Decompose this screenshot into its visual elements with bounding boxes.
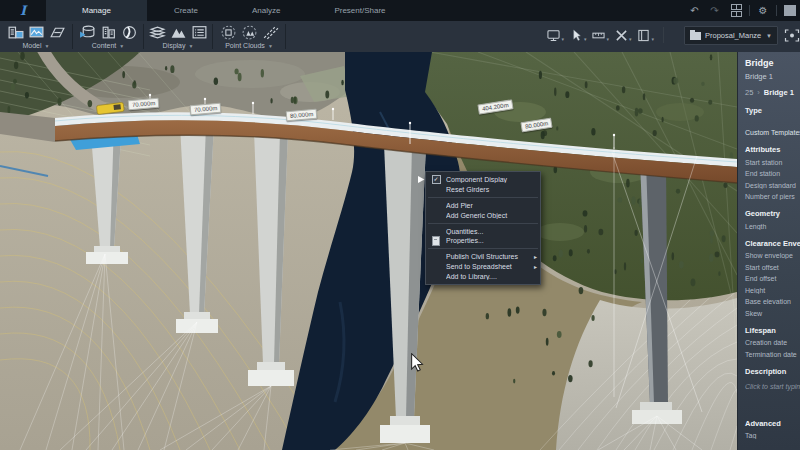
group-label-display[interactable]: Display▼	[163, 42, 194, 49]
viewport-3d[interactable]: 70.000m 70.000m 80.000m 404.200m 80.000m	[0, 52, 737, 450]
roads-globe-icon[interactable]	[121, 24, 138, 40]
tools-cross-button[interactable]: ▾	[615, 29, 632, 42]
model-properties-icon[interactable]	[7, 24, 24, 40]
model-surface-icon[interactable]	[49, 24, 66, 40]
menu-item-component-display[interactable]: ✓ Component Display	[426, 175, 540, 185]
group-label-content[interactable]: Content▼	[92, 42, 124, 49]
menu-item-reset-girders[interactable]: Reset Girders	[426, 185, 540, 195]
library-book-button[interactable]: ▾	[637, 29, 654, 42]
group-label-model[interactable]: Model▼	[22, 42, 49, 49]
point-cloud-vegetation-icon[interactable]	[241, 24, 258, 40]
point-cloud-linear-icon[interactable]	[262, 24, 279, 40]
group-label-point-clouds[interactable]: Point Clouds▼	[225, 42, 273, 49]
tab-manage[interactable]: Manage	[46, 0, 147, 21]
menu-item-send-to-spreadsheet[interactable]: Send to Spreadsheet ▸	[426, 262, 540, 272]
tab-create[interactable]: Create	[147, 0, 225, 21]
field-height[interactable]: Height	[738, 287, 800, 294]
section-header-attributes: Attributes	[738, 145, 800, 154]
menu-separator	[428, 197, 538, 198]
field-show-envelope[interactable]: Show envelope	[738, 252, 800, 259]
measure-tool-button[interactable]: ▾	[592, 29, 609, 42]
section-header-type: Type	[738, 106, 800, 115]
ribbon-group-point-clouds[interactable]: Point Clouds▼	[213, 21, 285, 52]
tab-analyze[interactable]: Analyze	[225, 0, 307, 21]
context-menu: ✓ Component Display Reset Girders Add Pi…	[425, 171, 541, 285]
divider	[663, 27, 664, 43]
field-end-offset[interactable]: End offset	[738, 275, 800, 282]
section-header-description: Description	[738, 367, 800, 376]
menu-separator	[428, 223, 538, 224]
tab-present-share[interactable]: Present/Share	[307, 0, 412, 21]
submenu-arrow-icon: ▸	[531, 263, 540, 270]
menu-item-add-to-library[interactable]: Add to Library....	[426, 271, 540, 281]
checkbox-checked-icon: ✓	[432, 175, 441, 184]
infraworks-logo: I	[0, 3, 46, 18]
redo-icon[interactable]: ↷	[705, 5, 725, 16]
viewport-3d-scene[interactable]	[0, 52, 737, 450]
panel-title: Bridge	[738, 58, 800, 68]
field-creation-date[interactable]: Creation date	[738, 339, 800, 346]
custom-templates-link[interactable]: Custom Templates/B	[738, 129, 800, 136]
field-start-offset[interactable]: Start offset	[738, 264, 800, 271]
chevron-down-icon: ▼	[766, 33, 772, 39]
panel-toggle-icon[interactable]	[784, 5, 796, 16]
menu-item-add-generic-object[interactable]: Add Generic Object	[426, 210, 540, 220]
buildings-icon[interactable]	[100, 24, 117, 40]
submenu-arrow-icon: ▸	[531, 253, 540, 260]
description-input[interactable]: Click to start typing...	[738, 383, 800, 390]
folder-icon	[690, 32, 701, 40]
menu-item-properties[interactable]: Properties...	[426, 236, 540, 246]
chevron-down-icon: ▼	[45, 43, 50, 49]
point-cloud-object-icon[interactable]	[220, 24, 237, 40]
field-tag[interactable]: Tag	[738, 432, 800, 439]
ribbon-group-model[interactable]: Model▼	[0, 21, 72, 52]
field-start-station[interactable]: Start station	[738, 159, 800, 166]
menu-item-quantities[interactable]: Quantities...	[426, 226, 540, 236]
properties-doc-icon	[432, 236, 440, 246]
data-source-icon[interactable]	[79, 24, 96, 40]
presentation-tool-button[interactable]: ▾	[547, 29, 564, 42]
model-image-icon[interactable]	[28, 24, 45, 40]
view-tools: ▾ ▾ ▾ ▾ ▾	[544, 27, 670, 43]
settings-gear-icon[interactable]: ⚙	[753, 5, 773, 16]
divider	[749, 5, 750, 16]
chevron-down-icon: ▼	[268, 43, 273, 49]
field-number-of-piers[interactable]: Number of piers	[738, 193, 800, 200]
divider	[776, 5, 777, 16]
properties-panel: Bridge Bridge 1 25›Bridge 1 Type Custom …	[737, 52, 800, 450]
sync-model-icon[interactable]	[784, 28, 800, 43]
breadcrumb[interactable]: 25›Bridge 1	[738, 88, 800, 97]
infraworks-window: { "titlebar": { "logo": "I", "tabs": [ {…	[0, 0, 800, 450]
select-tool-button[interactable]: ▾	[570, 29, 587, 42]
menu-item-add-pier[interactable]: Add Pier	[426, 201, 540, 211]
section-header-advanced: Advanced	[738, 419, 800, 428]
menu-item-publish-civil-structures[interactable]: Publish Civil Structures ▸	[426, 252, 540, 262]
mouse-cursor	[410, 353, 425, 372]
field-end-station[interactable]: End station	[738, 170, 800, 177]
divider	[285, 24, 286, 49]
section-header-geometry: Geometry	[738, 209, 800, 218]
section-header-clearance-envelope: Clearance Envelope	[738, 239, 800, 248]
chevron-down-icon: ▼	[119, 43, 124, 49]
legend-list-icon[interactable]	[191, 24, 208, 40]
ribbon-group-content[interactable]: Content▼	[73, 21, 143, 52]
undo-icon[interactable]: ↶	[685, 5, 705, 16]
field-base-elevation[interactable]: Base elevation	[738, 298, 800, 305]
chevron-right-icon: ›	[757, 88, 760, 97]
model-selector-dropdown[interactable]: Proposal_Manze ▼	[684, 26, 778, 45]
field-termination-date[interactable]: Termination date	[738, 351, 800, 358]
layers-icon[interactable]	[149, 24, 166, 40]
menu-separator	[428, 248, 538, 249]
terrain-icon[interactable]	[170, 24, 187, 40]
model-selector-value: Proposal_Manze	[705, 31, 766, 40]
title-bar: I Manage Create Analyze Present/Share ↶ …	[0, 0, 800, 22]
ribbon-group-display[interactable]: Display▼	[144, 21, 212, 52]
panel-subtitle: Bridge 1	[738, 72, 800, 81]
ribbon-toolbar: Model▼ Content▼	[0, 21, 800, 52]
field-design-standard[interactable]: Design standard	[738, 182, 800, 189]
field-skew[interactable]: Skew	[738, 310, 800, 317]
chevron-down-icon: ▼	[189, 43, 194, 49]
field-length[interactable]: Length	[738, 223, 800, 230]
apps-grid-icon[interactable]	[731, 4, 741, 18]
section-header-lifespan: Lifespan	[738, 326, 800, 335]
